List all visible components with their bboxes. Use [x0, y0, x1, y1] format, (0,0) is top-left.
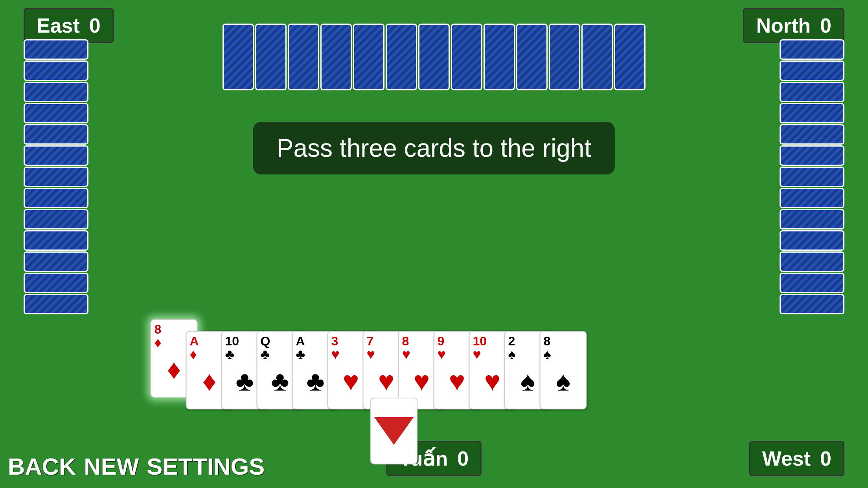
bottom-nav: BACK NEW SETTINGS	[8, 453, 265, 480]
card-rank: 2	[508, 335, 515, 347]
west-card	[780, 294, 844, 314]
card-suit-top: ♥	[331, 347, 340, 361]
card-rank: 8	[154, 323, 162, 336]
west-label: West	[762, 447, 811, 470]
card-suit-center: ♥	[414, 365, 430, 397]
west-card	[780, 103, 844, 123]
east-card	[24, 61, 88, 81]
card-rank: 9	[438, 335, 445, 347]
card-suit-center: ♥	[449, 365, 465, 397]
card-suit-top: ♠	[544, 347, 551, 361]
message-box: Pass three cards to the right	[253, 122, 615, 174]
card-suit-top: ♦	[154, 336, 162, 350]
card-suit-top: ♣	[296, 347, 305, 361]
east-card	[24, 145, 88, 166]
card-suit-center: ♦	[167, 354, 181, 385]
card-rank: 8	[544, 335, 551, 347]
card-rank: A	[296, 335, 305, 347]
east-label: East	[37, 14, 80, 37]
back-button[interactable]: BACK	[8, 453, 76, 480]
west-card	[780, 251, 844, 272]
north-card	[418, 24, 450, 90]
east-card	[24, 273, 88, 293]
north-hand	[223, 24, 645, 90]
down-arrow-icon	[374, 417, 414, 445]
card-suit-top: ♠	[508, 347, 516, 361]
east-card	[24, 124, 88, 145]
card-suit-top: ♥	[473, 347, 481, 361]
west-card	[780, 188, 844, 208]
west-card	[780, 61, 844, 81]
settings-button[interactable]: SETTINGS	[147, 453, 265, 480]
card-suit-center: ♣	[307, 365, 325, 397]
east-card	[24, 294, 88, 314]
north-label: North	[756, 14, 811, 37]
north-score-box: North 0	[743, 8, 844, 43]
card-suit-center: ♥	[343, 365, 359, 397]
west-card	[780, 209, 844, 229]
card-rank: A	[190, 335, 199, 347]
north-card	[484, 24, 515, 90]
card-suit-center: ♣	[271, 365, 289, 397]
card-suit-top: ♣	[225, 347, 235, 361]
east-card	[24, 39, 88, 60]
message-text: Pass three cards to the right	[277, 134, 591, 162]
card-suit-center: ♣	[236, 365, 254, 397]
west-hand	[780, 39, 844, 314]
card-suit-top: ♣	[261, 347, 270, 361]
north-card	[288, 24, 319, 90]
card-suit-center: ♥	[484, 365, 501, 397]
card-suit-top: ♦	[190, 347, 197, 361]
north-card	[516, 24, 548, 90]
north-card	[386, 24, 417, 90]
west-card	[780, 39, 844, 60]
north-score-value: 0	[820, 14, 831, 37]
north-card	[451, 24, 482, 90]
west-card	[780, 273, 844, 293]
east-card	[24, 167, 88, 187]
west-card	[780, 82, 844, 102]
player-hand[interactable]: 8♦♦A♦♦10♣♣Q♣♣A♣♣3♥♥7♥♥8♥♥9♥♥10♥♥2♠♠8♠♠	[151, 331, 587, 409]
north-card	[614, 24, 645, 90]
north-card	[581, 24, 613, 90]
player-card[interactable]: 8♠♠	[540, 331, 587, 409]
card-suit-top: ♥	[438, 347, 446, 361]
west-score-box: West 0	[749, 441, 844, 476]
west-card	[780, 230, 844, 251]
card-rank: 3	[331, 335, 338, 347]
card-rank: 8	[402, 335, 409, 347]
north-card	[549, 24, 580, 90]
east-card	[24, 82, 88, 102]
east-card	[24, 188, 88, 208]
west-card	[780, 145, 844, 166]
card-rank: 10	[225, 335, 239, 347]
east-score-value: 0	[89, 14, 101, 37]
north-card	[320, 24, 352, 90]
card-suit-top: ♥	[402, 347, 410, 361]
card-rank: 7	[367, 335, 374, 347]
new-button[interactable]: NEW	[84, 453, 139, 480]
card-suit-center: ♠	[520, 365, 535, 397]
card-rank: Q	[261, 335, 270, 347]
east-card	[24, 103, 88, 123]
north-card	[255, 24, 287, 90]
pass-arrow-card[interactable]	[370, 398, 417, 464]
west-card	[780, 124, 844, 145]
east-score-box: East 0	[24, 8, 114, 43]
card-suit-top: ♥	[367, 347, 375, 361]
east-card	[24, 209, 88, 229]
card-suit-center: ♦	[202, 365, 217, 397]
east-card	[24, 251, 88, 272]
card-suit-center: ♠	[556, 365, 570, 397]
south-score-value: 0	[457, 447, 469, 470]
card-suit-center: ♥	[378, 365, 395, 397]
north-card	[353, 24, 384, 90]
east-hand	[24, 39, 88, 314]
east-card	[24, 230, 88, 251]
north-card	[223, 24, 254, 90]
card-rank: 10	[473, 335, 487, 347]
west-score-value: 0	[820, 447, 831, 470]
west-card	[780, 167, 844, 187]
